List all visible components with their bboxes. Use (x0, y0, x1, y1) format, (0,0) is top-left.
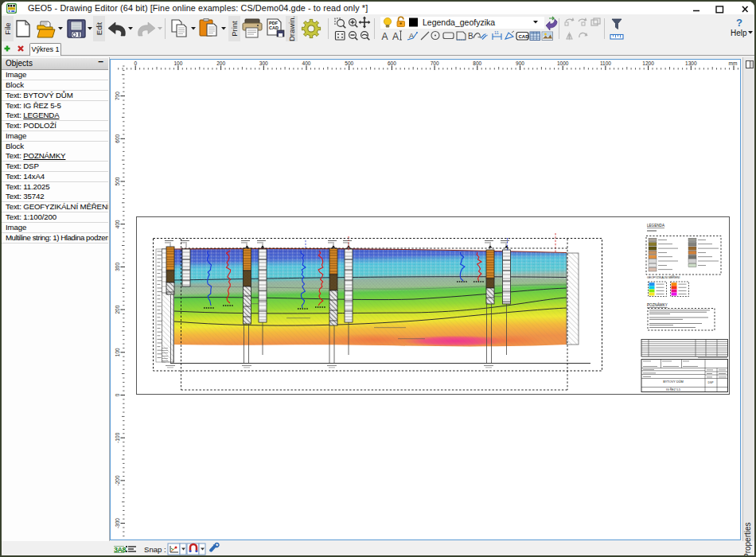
svg-text:700: 700 (431, 60, 439, 66)
svg-text:600: 600 (115, 134, 120, 142)
svg-text:500: 500 (345, 60, 353, 66)
svg-text:Print: Print (230, 21, 239, 37)
svg-text:-200: -200 (115, 475, 120, 485)
svg-text:0: 0 (115, 393, 120, 396)
svg-text:Help: Help (731, 29, 747, 37)
svg-text:600: 600 (388, 60, 396, 66)
svg-text:700: 700 (115, 92, 120, 100)
svg-text:CAD: CAD (519, 34, 530, 39)
svg-text:800: 800 (473, 60, 481, 66)
svg-text:1000: 1000 (557, 60, 569, 66)
svg-text:B: B (468, 32, 473, 41)
svg-text:-100: -100 (115, 432, 120, 442)
svg-text:900: 900 (516, 60, 524, 66)
svg-text:BYTOVÝ DŮM: BYTOVÝ DŮM (663, 380, 684, 384)
svg-text:1100: 1100 (600, 60, 611, 66)
svg-text:CAD: CAD (269, 25, 279, 30)
svg-text:11: 11 (494, 30, 499, 35)
svg-text:1200: 1200 (642, 60, 654, 66)
svg-text:A: A (392, 31, 399, 42)
svg-text:300: 300 (115, 263, 120, 271)
svg-text:Snap :: Snap : (144, 545, 166, 554)
svg-text:300: 300 (259, 60, 268, 66)
svg-text:-300: -300 (115, 518, 120, 528)
svg-text:IG ŘEZ 5-5: IG ŘEZ 5-5 (666, 388, 680, 391)
svg-text:Drawin.: Drawin. (287, 16, 296, 41)
svg-text:mm: mm (729, 60, 738, 66)
svg-text:1300: 1300 (685, 60, 697, 66)
svg-text:200: 200 (216, 60, 225, 66)
svg-text:LEGENDA: LEGENDA (647, 224, 665, 228)
svg-text:GEOFYZIKÁLNÍ MĚŘENÍ: GEOFYZIKÁLNÍ MĚŘENÍ (647, 275, 680, 279)
svg-text:?: ? (736, 17, 742, 29)
svg-text:A: A (382, 31, 388, 42)
svg-text:100: 100 (115, 348, 120, 356)
svg-text:File: File (3, 22, 12, 34)
svg-text:Legenda_geofyzika: Legenda_geofyzika (423, 18, 495, 27)
svg-text:500: 500 (115, 177, 120, 185)
svg-text:400: 400 (115, 220, 120, 228)
svg-text:100: 100 (173, 60, 182, 66)
svg-text:Edit: Edit (95, 21, 103, 35)
svg-text:DSP: DSP (708, 381, 715, 384)
svg-text:400: 400 (302, 60, 311, 66)
svg-text:200: 200 (115, 305, 120, 314)
svg-text:0: 0 (134, 60, 137, 66)
svg-text:POZNÁMKY: POZNÁMKY (647, 302, 668, 307)
